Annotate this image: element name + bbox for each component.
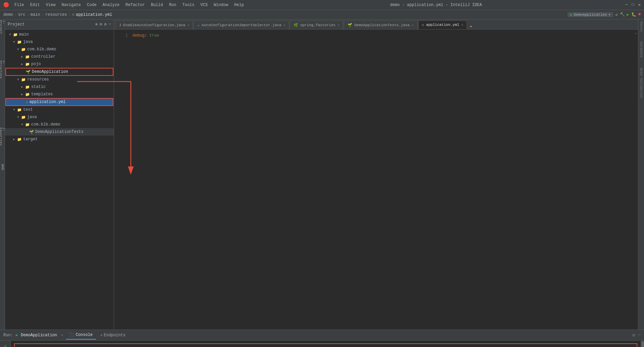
- tab-enableauto[interactable]: J EnableAutoConfiguration.java ✕: [115, 20, 193, 29]
- breadcrumb-main[interactable]: main: [31, 12, 40, 17]
- tree-item-target[interactable]: ▶ 📁 target: [5, 136, 114, 143]
- run-config-dropdown[interactable]: ▶ DemoApplication ▾: [568, 12, 613, 17]
- tree-expand-java[interactable]: ▼: [13, 40, 17, 44]
- tree-expand-com[interactable]: ▼: [17, 48, 21, 51]
- maximize-button[interactable]: □: [632, 2, 634, 7]
- menu-bar[interactable]: File Edit View Navigate Code Analyze Ref…: [12, 2, 247, 8]
- tree-label-java: java: [23, 40, 33, 44]
- close-tab-enableauto[interactable]: ✕: [187, 23, 189, 27]
- console-content[interactable]: Positive matches: ----------------- AopA…: [11, 341, 641, 347]
- console-scrollbar[interactable]: [641, 341, 644, 347]
- debug-icon[interactable]: 🐛: [631, 12, 636, 17]
- tree-item-controller[interactable]: ▶ 📁 controller: [5, 53, 114, 60]
- tree-expand-templates[interactable]: ▶: [21, 92, 25, 96]
- close-tab-demotests[interactable]: ✕: [412, 23, 414, 27]
- menu-view[interactable]: View: [43, 2, 58, 8]
- tree-expand-main[interactable]: ▼: [9, 33, 13, 37]
- close-tab-autoconfigimport[interactable]: ✕: [283, 23, 285, 27]
- tree-item-resources[interactable]: ▼ 📁 resources: [5, 76, 114, 83]
- menu-tools[interactable]: Tools: [180, 2, 197, 8]
- collapse-icon[interactable]: ⊟: [100, 22, 102, 27]
- gear-icon[interactable]: ⚙: [104, 22, 107, 27]
- dropdown-arrow-icon: ▾: [608, 12, 611, 17]
- build-icon[interactable]: 🔨: [620, 12, 625, 17]
- tree-item-demotest[interactable]: ▶ 🌱 DemoApplicationTests: [5, 128, 114, 136]
- close-run-icon[interactable]: ✕: [61, 333, 63, 337]
- window-controls[interactable]: ─ □ ✕: [625, 2, 641, 7]
- tree-expand-static[interactable]: ▶: [21, 85, 25, 89]
- settings-run-icon[interactable]: ⚙: [632, 332, 635, 338]
- run-tab-endpoints[interactable]: ↗ Endpoints: [97, 331, 129, 340]
- code-colon: :: [145, 33, 149, 38]
- tab-applicationyml[interactable]: ⚙ application.yml ✕: [418, 20, 467, 29]
- tree-item-applicationyml[interactable]: ▶ ⚙ application.yml: [6, 98, 113, 106]
- tab-demotests[interactable]: 🌱 DemoApplicationTests.java ✕: [344, 20, 417, 29]
- project-sidebar-icon[interactable]: 1: Project: [0, 19, 5, 40]
- minimize-button[interactable]: ─: [625, 2, 628, 7]
- menu-build[interactable]: Build: [148, 2, 166, 8]
- run-tabs: ⬛ Console ↗ Endpoints: [66, 331, 630, 340]
- run-tab-console-label: Console: [76, 333, 93, 337]
- menu-refactor[interactable]: Refactor: [123, 2, 148, 8]
- main-layout: 1: Project 2: Structure 2: Favorites Web…: [0, 19, 644, 330]
- menu-edit[interactable]: Edit: [28, 2, 43, 8]
- run-icon[interactable]: ▶: [627, 12, 629, 17]
- maven-sidebar-icon[interactable]: Maven: [639, 20, 643, 33]
- menu-navigate[interactable]: Navigate: [59, 2, 84, 8]
- close-tab-applicationyml[interactable]: ✕: [461, 23, 463, 27]
- hide-run-icon[interactable]: ─: [638, 332, 641, 338]
- run-tab-console[interactable]: ⬛ Console: [66, 331, 96, 340]
- breadcrumb-resources[interactable]: resources: [45, 12, 67, 17]
- tree-item-test[interactable]: ▼ 📁 test: [5, 106, 114, 113]
- menu-analyze[interactable]: Analyze: [100, 2, 122, 8]
- menu-window[interactable]: Window: [211, 2, 231, 8]
- database-sidebar-icon[interactable]: Database: [639, 40, 643, 59]
- stop-icon[interactable]: ■: [638, 12, 641, 17]
- tree-item-java[interactable]: ▼ 📁 java: [5, 38, 114, 46]
- menu-vcs[interactable]: VCS: [198, 2, 211, 8]
- tree-expand-resources[interactable]: ▼: [17, 78, 21, 82]
- breadcrumb-src[interactable]: src: [18, 12, 25, 17]
- structure-sidebar-icon[interactable]: 2: Structure: [0, 60, 5, 80]
- tree-item-com2[interactable]: ▼ 📁 com.blb.demo: [5, 121, 114, 128]
- tree-label-controller: controller: [31, 54, 55, 59]
- add-icon[interactable]: ⊕: [95, 22, 98, 27]
- tree-expand-target[interactable]: ▶: [13, 137, 17, 141]
- rerun-button[interactable]: ↺: [2, 342, 9, 347]
- editor-content[interactable]: 1 debug: true ✓: [114, 30, 638, 330]
- code-line-1: debug: true: [132, 32, 631, 39]
- breadcrumb-demo[interactable]: demo: [3, 12, 13, 17]
- panel-close-icon[interactable]: ─: [109, 22, 111, 27]
- bean-validation-sidebar-icon[interactable]: Bean Validation: [639, 66, 643, 99]
- tab-autoconfigimport[interactable]: ☕ AutoConfigurationImportSelector.java ✕: [194, 20, 289, 29]
- close-tab-springfactories[interactable]: ✕: [337, 23, 339, 27]
- tree-item-templates[interactable]: ▶ 📁 templates: [5, 91, 114, 98]
- tab-springfactories[interactable]: 🌿 spring.factories ✕: [290, 20, 343, 29]
- refresh-icon[interactable]: ↺: [615, 12, 618, 17]
- tree-expand-controller[interactable]: ▶: [21, 55, 25, 59]
- tree-expand-com2[interactable]: ▼: [21, 123, 25, 127]
- tree-expand-pojo[interactable]: ▶: [21, 62, 25, 66]
- favorites-sidebar-icon[interactable]: 2: Favorites: [0, 127, 5, 147]
- tree-item-demoapplication[interactable]: ▶ 🌱 DemoApplication: [6, 68, 113, 76]
- tree-expand-test[interactable]: ▼: [13, 108, 17, 112]
- menu-help[interactable]: Help: [231, 2, 247, 8]
- tree-item-java2[interactable]: ▼ 📁 java: [5, 113, 114, 121]
- menu-code[interactable]: Code: [84, 2, 99, 8]
- tree-expand-java2[interactable]: ▼: [17, 115, 21, 119]
- menu-run[interactable]: Run: [166, 2, 179, 8]
- tree-item-com[interactable]: ▼ 📁 com.blb.demo: [5, 46, 114, 53]
- close-button[interactable]: ✕: [638, 2, 641, 7]
- console-scroll-thumb[interactable]: [641, 341, 644, 347]
- tree-item-pojo[interactable]: ▶ 📁 pojo: [5, 60, 114, 68]
- tree-item-main[interactable]: ▼ 📁 main: [5, 31, 114, 38]
- web-sidebar-icon[interactable]: Web: [0, 160, 5, 174]
- tree-item-static[interactable]: ▶ 📁 static: [5, 83, 114, 91]
- menu-file[interactable]: File: [12, 2, 27, 8]
- more-tabs-button[interactable]: ▾: [468, 24, 474, 29]
- breadcrumb-file[interactable]: application.yml: [76, 12, 112, 17]
- title-bar-left: 🔴 File Edit View Navigate Code Analyze R…: [3, 2, 247, 8]
- run-controls[interactable]: ⚙ ─: [632, 332, 641, 338]
- code-editor[interactable]: debug: true: [129, 30, 634, 330]
- tab-label-applicationyml: application.yml: [426, 23, 459, 27]
